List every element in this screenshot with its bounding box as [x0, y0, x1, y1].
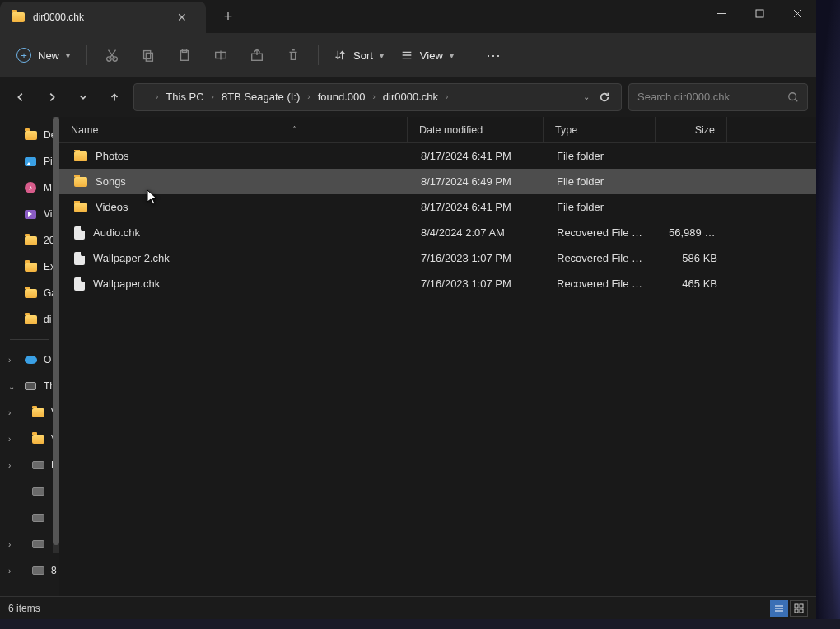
file-type: File folder: [545, 175, 657, 188]
thumbnails-view-button[interactable]: [790, 600, 808, 617]
file-icon: [74, 252, 85, 265]
more-button[interactable]: ⋯: [478, 39, 511, 72]
sidebar-item[interactable]: 20: [0, 227, 59, 254]
chevron-down-icon[interactable]: ⌄: [583, 92, 590, 101]
refresh-button[interactable]: [595, 87, 614, 107]
chevron-right-icon: ›: [373, 92, 376, 101]
sidebar-item[interactable]: [0, 478, 59, 505]
file-date: 7/16/2023 1:07 PM: [409, 252, 545, 264]
file-date: 8/17/2024 6:49 PM: [409, 175, 545, 188]
file-row[interactable]: Wallpaper 2.chk7/16/2023 1:07 PMRecovere…: [59, 245, 816, 271]
sidebar-item[interactable]: ›V: [0, 399, 59, 426]
file-row[interactable]: Wallpaper.chk7/16/2023 1:07 PMRecovered …: [59, 271, 816, 296]
sidebar-item[interactable]: Pi: [0, 148, 59, 175]
sort-button[interactable]: Sort ▾: [327, 44, 390, 67]
file-name: Songs: [96, 175, 126, 188]
sidebar-item[interactable]: Ex: [0, 254, 59, 280]
drive-icon: [32, 540, 44, 548]
mus-icon: ♪: [25, 182, 36, 193]
file-icon: [74, 226, 85, 240]
file-row[interactable]: Audio.chk8/4/2024 2:07 AMRecovered File …: [59, 220, 816, 245]
file-type: Recovered File Frag...: [545, 252, 657, 264]
cut-button[interactable]: [96, 39, 128, 72]
chevron-down-icon: ▾: [380, 51, 384, 60]
tab-close-button[interactable]: ✕: [170, 5, 194, 30]
column-header-name[interactable]: Name ˄: [59, 117, 408, 142]
column-header-date[interactable]: Date modified: [408, 117, 544, 142]
expand-caret-icon[interactable]: ›: [8, 408, 11, 417]
active-tab[interactable]: dir0000.chk ✕: [0, 2, 206, 33]
folder-row[interactable]: Songs8/17/2024 6:49 PMFile folder: [59, 169, 816, 194]
up-button[interactable]: [102, 85, 127, 109]
navigation-pane[interactable]: DePi♪MVi20ExGadi ›O⌄Th›V›V›L››8: [0, 117, 59, 596]
sidebar-label: 8: [51, 565, 57, 576]
sidebar-item[interactable]: ›8: [0, 557, 59, 584]
sidebar-label: Pi: [44, 156, 53, 167]
expand-caret-icon[interactable]: ›: [8, 435, 11, 444]
expand-caret-icon[interactable]: ›: [8, 356, 11, 365]
share-button[interactable]: [240, 39, 273, 72]
sidebar-item[interactable]: ›: [0, 531, 59, 557]
folder-row[interactable]: Photos8/17/2024 6:41 PMFile folder: [59, 143, 816, 169]
sidebar-scrollbar[interactable]: [53, 117, 59, 553]
view-button[interactable]: View ▾: [394, 44, 460, 67]
paste-button[interactable]: [168, 39, 201, 72]
taskbar[interactable]: [0, 619, 840, 629]
close-button[interactable]: [778, 0, 816, 26]
column-header-size[interactable]: Size: [656, 117, 727, 142]
svg-rect-10: [795, 604, 798, 608]
copy-button[interactable]: [132, 39, 165, 72]
sidebar-item[interactable]: di: [0, 306, 59, 333]
cloud-icon: [25, 356, 37, 364]
details-view-button[interactable]: [770, 600, 788, 617]
expand-caret-icon[interactable]: ›: [8, 566, 11, 575]
file-date: 7/16/2023 1:07 PM: [409, 277, 545, 290]
chevron-right-icon: ›: [307, 92, 310, 101]
sidebar-item[interactable]: ›O: [0, 347, 59, 373]
file-icon: [74, 277, 85, 291]
folder-icon: [25, 289, 37, 298]
file-type: File folder: [545, 201, 657, 213]
sidebar-item[interactable]: [0, 505, 59, 531]
column-header-type[interactable]: Type: [544, 117, 656, 142]
new-tab-button[interactable]: +: [216, 4, 240, 29]
breadcrumb[interactable]: › This PC › 8TB Seagate (I:) › found.000…: [133, 83, 622, 111]
breadcrumb-segment[interactable]: dir0000.chk: [379, 89, 442, 105]
breadcrumb-segment[interactable]: This PC: [161, 89, 208, 105]
rename-button[interactable]: [204, 39, 237, 72]
sidebar-item[interactable]: De: [0, 122, 59, 148]
new-button[interactable]: + New ▾: [8, 43, 78, 68]
back-button[interactable]: [8, 85, 33, 109]
sidebar-item[interactable]: ›L: [0, 452, 59, 478]
expand-caret-icon[interactable]: ⌄: [8, 382, 15, 391]
folder-icon: [12, 12, 25, 22]
delete-button[interactable]: [277, 39, 310, 72]
search-box[interactable]: [628, 83, 808, 111]
sidebar-item[interactable]: Ga: [0, 280, 59, 306]
folder-row[interactable]: Videos8/17/2024 6:41 PMFile folder: [59, 194, 816, 220]
forward-button[interactable]: [40, 85, 64, 109]
sort-ascending-icon: ˄: [292, 125, 296, 134]
breadcrumb-segment[interactable]: found.000: [314, 89, 370, 105]
sidebar-item[interactable]: Vi: [0, 201, 59, 227]
chevron-right-icon: ›: [212, 92, 214, 101]
pc-icon: [25, 382, 36, 390]
view-label: View: [420, 49, 443, 62]
column-headers: Name ˄ Date modified Type Size: [59, 117, 816, 143]
minimize-button[interactable]: [702, 0, 740, 26]
sidebar-item[interactable]: ⌄Th: [0, 373, 59, 399]
file-type: File folder: [545, 150, 657, 162]
sort-label: Sort: [353, 49, 373, 62]
folder-icon: [25, 315, 37, 324]
vid-icon: [25, 210, 36, 219]
svg-rect-3: [144, 51, 151, 59]
expand-caret-icon[interactable]: ›: [8, 461, 11, 470]
search-input[interactable]: [637, 91, 787, 103]
maximize-button[interactable]: [740, 0, 778, 26]
sidebar-item[interactable]: ♪M: [0, 175, 59, 201]
file-list-area: Name ˄ Date modified Type Size Photos8/1…: [59, 117, 816, 596]
recent-button[interactable]: [71, 85, 96, 109]
breadcrumb-segment[interactable]: 8TB Seagate (I:): [217, 89, 304, 105]
expand-caret-icon[interactable]: ›: [8, 540, 11, 549]
sidebar-item[interactable]: ›V: [0, 426, 59, 452]
